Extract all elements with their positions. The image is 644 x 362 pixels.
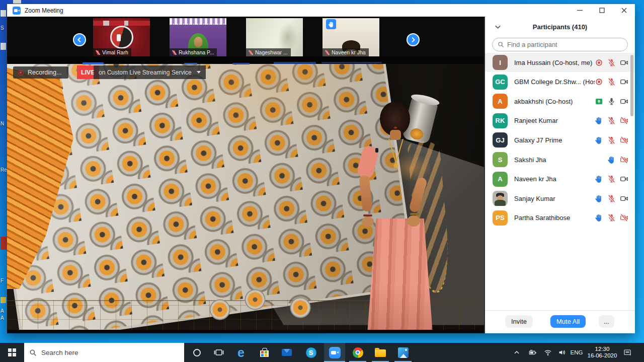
desktop-icon-fragment (1, 297, 6, 303)
presenter-face (385, 107, 406, 133)
minimize-button[interactable] (569, 4, 591, 17)
start-button[interactable] (0, 343, 24, 362)
cam-off-icon (620, 213, 628, 222)
desktop-icon-fragment (1, 237, 7, 250)
more-options-button[interactable]: ... (599, 315, 614, 328)
record-icon (595, 78, 603, 86)
next-videos-button[interactable] (407, 33, 420, 46)
live-stream-service-dropdown[interactable]: on Custom Live Streaming Service (94, 65, 206, 79)
desktop-icon-label-fragment: F (1, 278, 4, 283)
food-item (208, 299, 231, 320)
cam-on-icon (620, 97, 628, 106)
photos-taskbar-button[interactable] (392, 343, 414, 362)
participant-row[interactable]: ANaveen kr Jha (485, 170, 635, 189)
share-icon (595, 97, 603, 106)
cam-on-icon (620, 175, 628, 183)
mic-off-icon (95, 50, 101, 55)
chevron-down-icon (197, 71, 201, 74)
thumbnail-participant-name: Vimal Rarh (102, 49, 128, 55)
taskbar-clock[interactable]: 12:30 16-06-2020 (587, 343, 618, 362)
record-icon (595, 58, 603, 67)
hand-icon (595, 194, 603, 203)
desktop-icon-label-fragment: A (1, 308, 4, 314)
desktop: SNReFAA Zoom Meeting (0, 0, 644, 362)
thumbnail-participant-name: Rukhshana P... (179, 49, 214, 55)
maximize-button[interactable] (591, 4, 613, 17)
skype-icon: S (306, 347, 316, 358)
invite-button[interactable]: Invite (505, 315, 533, 328)
recording-dot-icon (18, 70, 24, 76)
participant-row[interactable]: GCGBM College Dr.Shw... (Host) (485, 73, 635, 92)
task-view-button[interactable] (208, 343, 229, 362)
desktop-icon-label-fragment: A (1, 315, 4, 321)
hand-icon (595, 213, 603, 222)
participant-search-box[interactable] (492, 38, 628, 51)
cortana-button[interactable] (186, 343, 207, 362)
clock-time: 12:30 (595, 346, 610, 352)
wifi-icon[interactable] (541, 343, 554, 362)
mic-off-icon (607, 213, 616, 222)
window-title: Zoom Meeting (25, 7, 63, 14)
participant-avatar: RK (493, 113, 508, 128)
desktop-icon-fragment (1, 43, 6, 50)
tray-chevron-up-icon[interactable] (510, 343, 523, 362)
panel-scrollbar[interactable] (630, 55, 633, 116)
skype-taskbar-button[interactable]: S (300, 343, 321, 362)
mail-taskbar-button[interactable] (276, 343, 297, 362)
hand-icon (595, 175, 603, 183)
participant-row[interactable]: GJGalaxy J7 Prime (485, 130, 635, 150)
chrome-taskbar-button[interactable] (347, 343, 368, 362)
participant-row[interactable]: IIma Hussain (Co-host, me) (485, 53, 635, 72)
taskbar: eS ENG 12:30 16-06-2020 (0, 343, 644, 362)
participant-name: Sakshi Jha (514, 156, 546, 164)
participant-avatar: A (493, 94, 508, 109)
stream-service-label: on Custom Live Streaming Service (99, 69, 192, 76)
thumbnail-name-bar: Rukhshana P... (170, 48, 217, 56)
participant-avatar-photo (493, 191, 508, 206)
participant-row[interactable]: Sanjay Kumar (485, 189, 635, 208)
participant-row[interactable]: SSakshi Jha (485, 150, 635, 169)
mute-all-button[interactable]: Mute All (550, 315, 586, 328)
participant-row[interactable]: RKRanjeet Kumar (485, 111, 635, 130)
recording-label: Recording... (28, 69, 61, 76)
mic-off-icon (607, 136, 616, 144)
recording-indicator: Recording... (13, 66, 68, 79)
taskbar-search-box[interactable] (24, 343, 184, 362)
cortana-icon (193, 349, 201, 356)
file-explorer-icon (375, 349, 386, 357)
mic-off-icon (172, 50, 177, 55)
participant-row[interactable]: Aakbakhshi (Co-host) (485, 92, 635, 111)
cam-off-icon (620, 136, 628, 144)
meeting-main-area: Vimal RarhRukhshana P...Nageshwar ...Nav… (7, 17, 484, 333)
search-icon (498, 41, 504, 48)
presenter-person (337, 99, 462, 333)
mail-icon (282, 349, 292, 356)
participants-title: Participants (410) (485, 23, 635, 31)
action-center-icon[interactable] (621, 343, 634, 362)
desktop-icon-label-fragment: Re (1, 167, 7, 173)
language-indicator[interactable]: ENG (569, 343, 585, 362)
close-button[interactable] (613, 4, 635, 17)
mic-off-icon (248, 50, 254, 55)
zoom-meeting-window: Zoom Meeting Vimal RarhRukh (7, 4, 635, 333)
participant-search-input[interactable] (507, 41, 622, 48)
zoom-taskbar-button[interactable] (324, 343, 345, 362)
edge-taskbar-button[interactable]: e (230, 343, 252, 362)
file-explorer-taskbar-button[interactable] (370, 343, 391, 362)
cam-off-icon (620, 116, 628, 125)
store-taskbar-button[interactable] (254, 343, 275, 362)
raised-hand-icon (326, 19, 336, 29)
food-item (244, 289, 267, 310)
participant-avatar: A (493, 172, 508, 187)
video-thumbnail[interactable]: Naveen kr Jha (323, 18, 379, 56)
video-thumbnail[interactable]: Nageshwar ... (246, 18, 303, 56)
video-thumbnail[interactable]: Rukhshana P... (170, 18, 226, 56)
video-thumbnail[interactable]: Vimal Rarh (93, 18, 150, 56)
clock-date: 16-06-2020 (588, 352, 617, 359)
battery-icon[interactable] (526, 343, 539, 362)
volume-icon[interactable] (555, 343, 569, 362)
participant-row[interactable]: PSPartha Sarathibose (485, 208, 635, 228)
participant-name: Ima Hussain (Co-host, me) (514, 59, 592, 66)
taskbar-search-input[interactable] (41, 349, 179, 356)
previous-videos-button[interactable] (73, 33, 86, 46)
